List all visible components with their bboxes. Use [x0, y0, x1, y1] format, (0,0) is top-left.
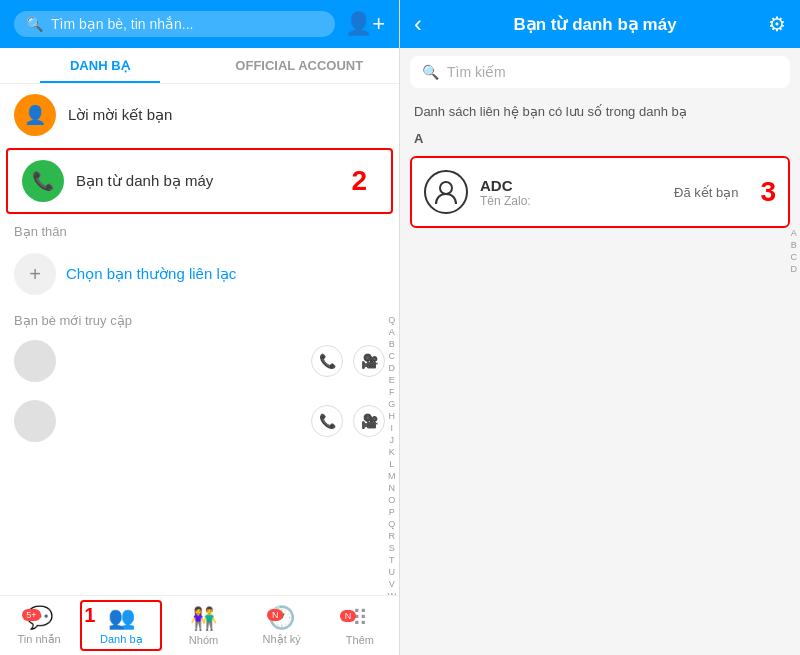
invite-label: Lời mời kết bạn: [68, 106, 172, 124]
search-bar[interactable]: 🔍 Tìm bạn bè, tin nhắn...: [14, 11, 335, 37]
nhom-label: Nhóm: [189, 634, 218, 646]
call-icon-2[interactable]: 📞: [311, 405, 343, 437]
visit-actions-2: 📞 🎥: [311, 405, 385, 437]
nhom-icon: 👫: [190, 606, 217, 632]
alpha-index: Q A B C D E F G H I J K L M N O P Q R S …: [385, 314, 400, 595]
new-visit-items: 📞 🎥 📞 🎥: [0, 334, 399, 448]
person-icon: [432, 178, 460, 206]
nhat-ky-label: Nhật ký: [263, 633, 301, 646]
right-description: Danh sách liên hệ bạn có lưu số trong da…: [400, 96, 800, 127]
video-icon-2[interactable]: 🎥: [353, 405, 385, 437]
left-panel: 🔍 Tìm bạn bè, tin nhắn... 👤+ DANH BẠ OFF…: [0, 0, 400, 655]
nhat-ky-badge: N: [267, 609, 283, 621]
contact-avatar: [424, 170, 468, 214]
nav-tin-nhan[interactable]: 💬 5+ Tin nhắn: [0, 596, 78, 655]
invite-icon: 👤: [24, 104, 46, 126]
frequent-label: Chọn bạn thường liên lạc: [66, 265, 236, 283]
settings-icon[interactable]: ⚙: [768, 12, 786, 36]
contact-info: ADC Tên Zalo:: [480, 177, 531, 208]
right-panel: ‹ Bạn từ danh bạ máy ⚙ 🔍 Tìm kiếm Danh s…: [400, 0, 800, 655]
nav-danh-ba[interactable]: 👥 Danh bạ 1: [80, 600, 162, 651]
visit-actions-1: 📞 🎥: [311, 345, 385, 377]
call-icon-1[interactable]: 📞: [311, 345, 343, 377]
frequent-section-title: Bạn thân: [0, 216, 399, 243]
contacts-label: Bạn từ danh bạ máy: [76, 172, 213, 190]
them-badge: N: [340, 610, 356, 622]
danh-ba-icon: 👥: [108, 605, 135, 631]
phone-icon: 📞: [32, 170, 54, 192]
back-button[interactable]: ‹: [414, 10, 422, 38]
nav-nhom[interactable]: 👫 Nhóm: [164, 596, 242, 655]
contacts-icon-circle: 📞: [22, 160, 64, 202]
left-content: 👤 Lời mời kết bạn 📞 Bạn từ danh bạ máy 2…: [0, 84, 399, 595]
bottom-nav: 💬 5+ Tin nhắn 👥 Danh bạ 1 👫 Nhóm 🕐 N Nhậ…: [0, 595, 399, 655]
right-alpha-index: A B C D: [788, 227, 801, 275]
step-3: 3: [760, 176, 776, 208]
tin-nhan-label: Tin nhắn: [17, 633, 60, 646]
them-label: Thêm: [346, 634, 374, 646]
invite-icon-circle: 👤: [14, 94, 56, 136]
search-placeholder: Tìm bạn bè, tin nhắn...: [51, 16, 194, 32]
new-visit-title: Bạn bè mới truy cập: [0, 305, 399, 334]
right-search[interactable]: 🔍 Tìm kiếm: [410, 56, 790, 88]
right-header: ‹ Bạn từ danh bạ máy ⚙: [400, 0, 800, 48]
add-circle-icon: +: [14, 253, 56, 295]
contact-card-adc[interactable]: ADC Tên Zalo: Đã kết bạn 3: [410, 156, 790, 228]
tab-danh-ba[interactable]: DANH BẠ: [0, 48, 200, 83]
step-1: 1: [84, 604, 95, 627]
menu-item-invite[interactable]: 👤 Lời mời kết bạn: [0, 84, 399, 146]
right-content: A ADC Tên Zalo: Đã kết bạn 3 A B: [400, 127, 800, 655]
visit-avatar-1: [14, 340, 56, 382]
tabs: DANH BẠ OFFICIAL ACCOUNT: [0, 48, 399, 84]
nav-nhat-ky[interactable]: 🕐 N Nhật ký: [243, 596, 321, 655]
contact-sub: Tên Zalo:: [480, 194, 531, 208]
contact-status: Đã kết bạn: [674, 185, 738, 200]
step-2: 2: [351, 165, 377, 197]
add-friend-icon[interactable]: 👤+: [345, 11, 385, 37]
search-icon: 🔍: [26, 16, 43, 32]
tin-nhan-badge: 5+: [22, 609, 40, 621]
add-frequent[interactable]: + Chọn bạn thường liên lạc: [0, 243, 399, 305]
tab-official[interactable]: OFFICIAL ACCOUNT: [200, 48, 400, 83]
svg-point-0: [440, 182, 452, 194]
right-search-placeholder: Tìm kiếm: [447, 64, 506, 80]
danh-ba-label: Danh bạ: [100, 633, 142, 646]
menu-item-contacts[interactable]: 📞 Bạn từ danh bạ máy 2: [6, 148, 393, 214]
right-search-icon: 🔍: [422, 64, 439, 80]
video-icon-1[interactable]: 🎥: [353, 345, 385, 377]
visit-row-2: 📞 🎥: [14, 394, 385, 448]
visit-avatar-2: [14, 400, 56, 442]
visit-row-1: 📞 🎥: [14, 334, 385, 388]
left-header: 🔍 Tìm bạn bè, tin nhắn... 👤+: [0, 0, 399, 48]
contact-name: ADC: [480, 177, 531, 194]
alpha-section-a: A: [400, 127, 800, 150]
right-title: Bạn từ danh bạ máy: [432, 14, 758, 35]
nav-them[interactable]: ⠿ N Thêm: [321, 596, 399, 655]
